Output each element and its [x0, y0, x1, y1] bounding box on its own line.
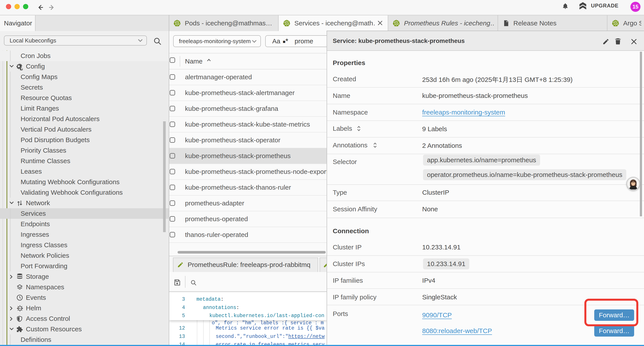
svg-text:HELM: HELM — [17, 308, 22, 310]
